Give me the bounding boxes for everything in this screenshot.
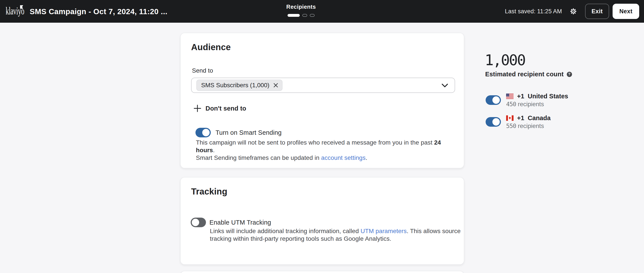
recipient-word: recipients: [518, 123, 544, 129]
top-bar: klaviyo SMS Campaign - Oct 7, 2024, 11:2…: [0, 0, 644, 23]
utm-parameters-link[interactable]: UTM parameters: [360, 228, 407, 234]
desc-text: Links will include additional tracking i…: [210, 228, 360, 234]
tracking-card: Tracking Enable UTM Tracking Links will …: [180, 177, 464, 265]
country-name: Canada: [528, 114, 551, 122]
us-toggle[interactable]: [486, 95, 501, 105]
chevron-down-icon[interactable]: [442, 84, 448, 88]
estimated-recipient-count-label: Estimated recipient count ?: [485, 71, 572, 78]
tracking-heading: Tracking: [191, 186, 227, 197]
desc-text: .: [213, 147, 215, 154]
dont-send-to-button[interactable]: Don't send to: [194, 105, 246, 112]
toggle-knob: [192, 219, 199, 226]
desc-text: Smart Sending timeframes can be updated …: [196, 154, 321, 161]
ca-toggle[interactable]: [486, 117, 501, 127]
toggle-knob: [492, 118, 500, 126]
audience-chip[interactable]: SMS Subscribers (1,000): [196, 80, 282, 91]
step-pills: [268, 14, 334, 17]
recipient-count: 550 recipients: [506, 122, 551, 130]
smart-sending-row: Turn on Smart Sending: [196, 128, 282, 137]
audience-heading: Audience: [191, 41, 231, 53]
next-button[interactable]: Next: [612, 4, 639, 19]
account-settings-link[interactable]: account settings: [321, 154, 366, 161]
sms-campaign-page: klaviyo SMS Campaign - Oct 7, 2024, 11:2…: [0, 0, 644, 273]
smart-sending-description: This campaign will not be sent to profil…: [196, 139, 458, 162]
dont-send-label: Don't send to: [206, 105, 246, 112]
step-pill-recipients[interactable]: [288, 14, 300, 17]
chip-label: SMS Subscribers (1,000): [201, 82, 270, 89]
toggle-knob: [202, 129, 210, 136]
recipient-word: recipients: [518, 101, 544, 107]
recipient-number: 550: [506, 123, 516, 129]
recipient-count: 450 recipients: [506, 100, 568, 108]
audience-card: Audience Send to SMS Subscribers (1,000): [180, 33, 464, 168]
us-flag-icon: [506, 94, 514, 99]
utm-tracking-toggle[interactable]: [191, 218, 206, 227]
smart-sending-toggle[interactable]: [196, 128, 211, 137]
help-icon[interactable]: ?: [567, 72, 572, 77]
toggle-knob: [492, 96, 500, 104]
last-saved-text: Last saved: 11:25 AM: [505, 8, 562, 15]
campaign-title: SMS Campaign - Oct 7, 2024, 11:20 ...: [30, 0, 167, 23]
recipient-number: 450: [506, 101, 516, 107]
estimated-recipient-count-value: 1,000: [485, 52, 525, 68]
utm-tracking-row: Enable UTM Tracking: [191, 218, 271, 227]
desc-text: tracking within third-party reporting to…: [210, 235, 391, 242]
country-code: +1: [517, 92, 524, 100]
remove-chip-icon[interactable]: [273, 83, 278, 88]
ca-flag-icon: [506, 115, 514, 121]
desc-text: This campaign will not be sent to profil…: [196, 139, 434, 146]
next-section-card-edge: [180, 271, 464, 273]
utm-tracking-description: Links will include additional tracking i…: [210, 227, 461, 243]
desc-text: .: [366, 154, 368, 161]
send-to-label: Send to: [192, 66, 213, 75]
plus-icon: [194, 105, 201, 112]
exit-button[interactable]: Exit: [585, 4, 609, 19]
desc-text: . This allows source: [407, 228, 460, 234]
country-code: +1: [517, 114, 524, 122]
utm-tracking-label: Enable UTM Tracking: [210, 219, 271, 226]
progress-steps: Recipients: [268, 3, 334, 17]
step-pill-3[interactable]: [310, 14, 314, 17]
smart-sending-label: Turn on Smart Sending: [216, 129, 282, 136]
country-name: United States: [528, 92, 568, 100]
country-row-canada: +1 Canada 550 recipients: [486, 114, 551, 130]
gear-icon[interactable]: [570, 8, 577, 15]
header-actions: Last saved: 11:25 AM Exit Next: [505, 0, 639, 23]
step-pill-2[interactable]: [302, 14, 307, 17]
send-to-select[interactable]: SMS Subscribers (1,000): [191, 78, 455, 93]
country-row-united-states: +1 United States 450 recipients: [486, 92, 568, 108]
count-label-text: Estimated recipient count: [485, 71, 564, 78]
step-label: Recipients: [268, 3, 334, 10]
